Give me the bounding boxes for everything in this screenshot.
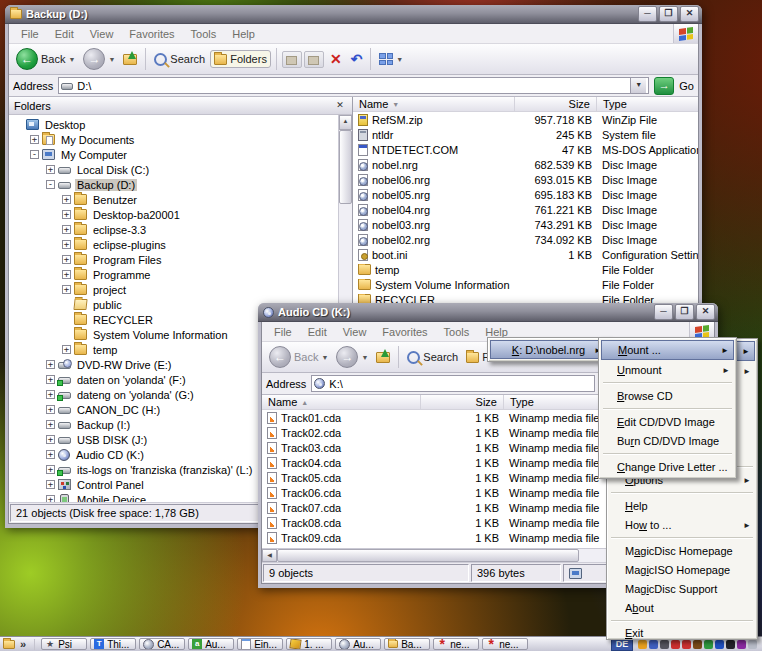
search-button[interactable]: Search <box>404 349 461 366</box>
column-header-size[interactable]: Size <box>515 97 597 111</box>
menu-item[interactable]: K: D:\nobel.nrg► <box>490 340 607 359</box>
tree-expander-icon[interactable]: + <box>46 420 55 429</box>
back-button[interactable]: ← Back ▼ <box>13 46 78 72</box>
column-header-type[interactable]: Type <box>597 97 698 111</box>
tree-expander-icon[interactable]: + <box>46 435 55 444</box>
menu-item[interactable]: Help <box>609 496 755 515</box>
backup-titlebar[interactable]: Backup (D:) ─ ❐ ✕ <box>5 5 702 24</box>
folders-pane-close-icon[interactable]: ✕ <box>333 99 347 112</box>
menu-item[interactable]: Burn CD/DVD Image <box>601 431 734 450</box>
address-input[interactable]: D:\ ▼ <box>58 77 649 94</box>
back-dropdown-icon[interactable]: ▼ <box>321 354 328 361</box>
tree-item[interactable]: -Backup (D:) <box>9 177 338 192</box>
tree-expander-icon[interactable]: + <box>62 225 71 234</box>
folders-button[interactable]: Folders <box>210 50 271 68</box>
menubar-item-file[interactable]: File <box>13 26 47 42</box>
taskbar-button[interactable]: CA... <box>139 638 185 650</box>
file-row[interactable]: nobel.nrg682.539 KBDisc Image <box>353 157 698 172</box>
copy-to-button[interactable] <box>304 51 324 68</box>
go-icon[interactable]: → <box>654 77 674 95</box>
tree-item[interactable]: Desktop <box>9 117 338 132</box>
quick-launch-chevron-icon[interactable]: » <box>18 638 28 650</box>
tree-expander-icon[interactable]: + <box>46 465 55 474</box>
views-dropdown-icon[interactable]: ▼ <box>396 56 403 63</box>
tree-expander-icon[interactable]: + <box>30 135 39 144</box>
delete-button[interactable]: ✕ <box>326 51 346 67</box>
tree-expander-icon[interactable]: + <box>46 480 55 489</box>
tree-item[interactable]: +Programme <box>9 267 338 282</box>
taskbar-button[interactable]: Ba... <box>384 638 430 650</box>
tree-expander-icon[interactable]: + <box>62 210 71 219</box>
move-to-button[interactable] <box>282 51 302 68</box>
quick-launch-icon[interactable] <box>3 640 15 649</box>
tree-item[interactable]: +My Documents <box>9 132 338 147</box>
file-row[interactable]: NTDETECT.COM47 KBMS-DOS Application <box>353 142 698 157</box>
close-button[interactable]: ✕ <box>680 6 699 22</box>
menu-item[interactable]: MagicISO Homepage <box>609 560 755 579</box>
menubar-item-tools[interactable]: Tools <box>436 324 478 340</box>
tree-item[interactable]: +Benutzer <box>9 192 338 207</box>
menubar-item-favorites[interactable]: Favorites <box>374 324 435 340</box>
file-row[interactable]: tempFile Folder <box>353 262 698 277</box>
menubar-item-view[interactable]: View <box>335 324 375 340</box>
tree-expander-icon[interactable]: - <box>30 150 39 159</box>
menubar-item-help[interactable]: Help <box>224 26 263 42</box>
tree-expander-icon[interactable]: + <box>62 285 71 294</box>
menubar-item-file[interactable]: File <box>266 324 300 340</box>
undo-button[interactable]: ↶ <box>348 51 366 67</box>
tree-expander-icon[interactable]: + <box>62 270 71 279</box>
taskbar-button[interactable]: Ein... <box>237 638 283 650</box>
tree-expander-icon[interactable]: + <box>46 375 55 384</box>
menubar-item-view[interactable]: View <box>82 26 122 42</box>
file-row[interactable]: RefSM.zip957.718 KBWinZip File <box>353 112 698 127</box>
tree-item[interactable]: +Desktop-ba20001 <box>9 207 338 222</box>
taskbar-button[interactable]: *ne... <box>482 638 528 650</box>
file-row[interactable]: nobel05.nrg695.183 KBDisc Image <box>353 187 698 202</box>
menubar-item-edit[interactable]: Edit <box>300 324 335 340</box>
tree-expander-icon[interactable]: + <box>62 240 71 249</box>
back-button[interactable]: ← Back ▼ <box>266 344 331 370</box>
menubar-item-tools[interactable]: Tools <box>183 26 225 42</box>
tree-expander-icon[interactable]: + <box>62 195 71 204</box>
tree-expander-icon[interactable]: + <box>46 450 55 459</box>
address-dropdown-icon[interactable]: ▼ <box>630 78 646 93</box>
forward-dropdown-icon[interactable]: ▼ <box>108 56 115 63</box>
taskbar-button[interactable]: ★Psi <box>41 638 87 650</box>
menu-item[interactable]: Browse CD <box>601 386 734 405</box>
tree-item[interactable]: +Local Disk (C:) <box>9 162 338 177</box>
menu-item[interactable]: Change Drive Letter ... <box>601 457 734 476</box>
tree-expander-icon[interactable]: + <box>46 405 55 414</box>
up-button[interactable] <box>373 350 393 365</box>
menubar-item-edit[interactable]: Edit <box>47 26 82 42</box>
close-button[interactable]: ✕ <box>696 304 715 320</box>
menu-item[interactable]: How to ...► <box>609 515 755 534</box>
tree-item[interactable]: -My Computer <box>9 147 338 162</box>
maximize-button[interactable]: ❐ <box>659 6 678 22</box>
scroll-up-icon[interactable]: ▲ <box>339 115 352 130</box>
tree-expander-icon[interactable]: + <box>46 390 55 399</box>
forward-button[interactable]: → ▼ <box>80 46 118 72</box>
menubar-item-favorites[interactable]: Favorites <box>121 26 182 42</box>
taskbar-button[interactable]: TThi... <box>90 638 136 650</box>
tree-item[interactable]: +Program Files <box>9 252 338 267</box>
menu-item[interactable]: Edit CD/DVD Image <box>601 412 734 431</box>
column-header-name[interactable]: Name ▼ <box>353 97 515 111</box>
scroll-left-icon[interactable]: ◀ <box>262 549 277 562</box>
menu-item[interactable]: About <box>609 598 755 617</box>
forward-dropdown-icon[interactable]: ▼ <box>361 354 368 361</box>
tree-expander-icon[interactable]: + <box>46 165 55 174</box>
tree-item[interactable]: +eclipse-plugins <box>9 237 338 252</box>
menu-item[interactable]: MagicDisc Support <box>609 579 755 598</box>
tree-item[interactable]: +eclipse-3.3 <box>9 222 338 237</box>
minimize-button[interactable]: ─ <box>654 304 673 320</box>
column-header-name[interactable]: Name ▲ <box>262 395 421 409</box>
menu-item[interactable]: Mount ...► <box>601 340 734 360</box>
file-row[interactable]: boot.ini1 KBConfiguration Settings <box>353 247 698 262</box>
up-button[interactable] <box>120 52 140 67</box>
tree-expander-icon[interactable]: + <box>46 360 55 369</box>
tree-expander-icon[interactable]: - <box>46 180 55 189</box>
taskbar-button[interactable]: aAu... <box>188 638 234 650</box>
tree-expander-icon[interactable]: + <box>62 255 71 264</box>
file-row[interactable]: nobel06.nrg693.015 KBDisc Image <box>353 172 698 187</box>
audio-titlebar[interactable]: Audio CD (K:) ─ ❐ ✕ <box>258 303 718 322</box>
